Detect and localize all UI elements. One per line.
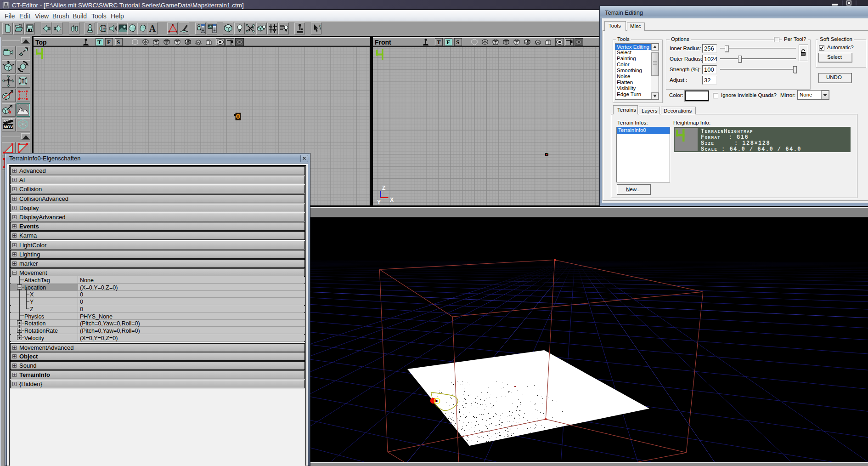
svg-text:MOV: MOV <box>4 125 13 129</box>
svg-text:T: T <box>22 79 24 84</box>
svg-text:X: X <box>390 197 394 203</box>
svg-text:Z: Z <box>382 185 385 191</box>
svg-text:A: A <box>149 23 156 34</box>
svg-text:Y: Y <box>377 199 381 205</box>
svg-text:G: G <box>99 23 107 34</box>
svg-text:?: ? <box>319 24 321 31</box>
svg-text:T: T <box>7 79 10 84</box>
